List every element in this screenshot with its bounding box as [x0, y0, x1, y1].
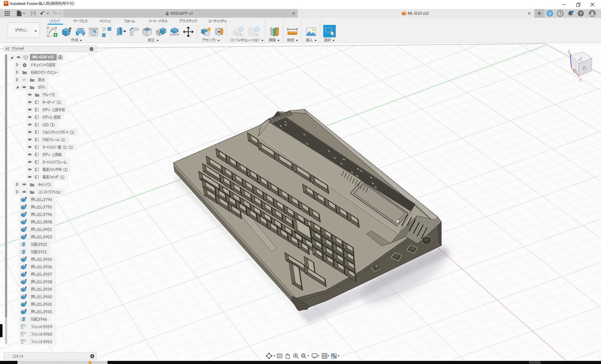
svg-text:F: F	[5, 2, 7, 5]
svg-text:?: ?	[579, 11, 582, 16]
svg-text:Z: Z	[568, 49, 570, 54]
svg-text:X: X	[579, 78, 582, 82]
